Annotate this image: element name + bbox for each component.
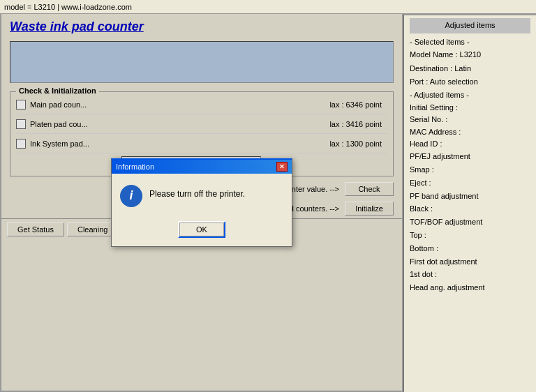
modal-ok-button[interactable]: OK <box>178 221 225 238</box>
model-name-item: Model Name : L3210 <box>410 48 530 62</box>
modal-titlebar: Information ✕ <box>112 160 292 174</box>
title-bar-text: model = L3210 | www.i-loadzone.com <box>4 3 132 11</box>
main-layout: Waste ink pad counter Check & Initializa… <box>0 14 536 392</box>
eject-item: Eject : <box>410 176 530 190</box>
left-panel: Waste ink pad counter Check & Initializa… <box>0 14 403 392</box>
pfband-header: PF band adjustment <box>410 190 530 203</box>
headang-header: Head ang. adjustment <box>410 282 530 294</box>
selected-items-header: - Selected items - <box>410 36 530 49</box>
information-dialog: Information ✕ i Please turn off the prin… <box>111 158 292 247</box>
destination-item: Destination : Latin <box>410 62 530 76</box>
top-item: Top : <box>410 229 530 243</box>
modal-close-button[interactable]: ✕ <box>276 162 288 172</box>
info-icon: i <box>120 185 142 207</box>
mac-address-header: MAC Address : <box>410 126 530 139</box>
modal-footer: OK <box>112 216 292 246</box>
tofbof-header: TOF/BOF adjustment <box>410 216 530 229</box>
smap-item: Smap : <box>410 163 530 177</box>
title-bar: model = L3210 | www.i-loadzone.com <box>0 0 536 14</box>
port-item: Port : Auto selection <box>410 75 530 89</box>
pfej-header: PF/EJ adjustment <box>410 151 530 163</box>
firstdot-item: 1st dot : <box>410 268 530 282</box>
bottom-item: Bottom : <box>410 242 530 256</box>
modal-title: Information <box>116 163 154 171</box>
adjusted-items-header: - Adjusted items - <box>410 89 530 102</box>
black-item: Black : <box>410 202 530 216</box>
head-id-header: Head ID : <box>410 138 530 151</box>
modal-message: Please turn off the printer. <box>149 185 245 199</box>
right-panel-title: Adjusted items <box>410 18 530 33</box>
initial-setting-header: Initial Setting : <box>410 102 530 114</box>
right-panel: Adjusted items - Selected items - Model … <box>403 14 536 392</box>
modal-overlay: Information ✕ i Please turn off the prin… <box>1 14 402 391</box>
modal-body: i Please turn off the printer. <box>112 174 292 216</box>
firstdot-header: First dot adjustment <box>410 256 530 269</box>
serial-no-header: Serial No. : <box>410 114 530 126</box>
